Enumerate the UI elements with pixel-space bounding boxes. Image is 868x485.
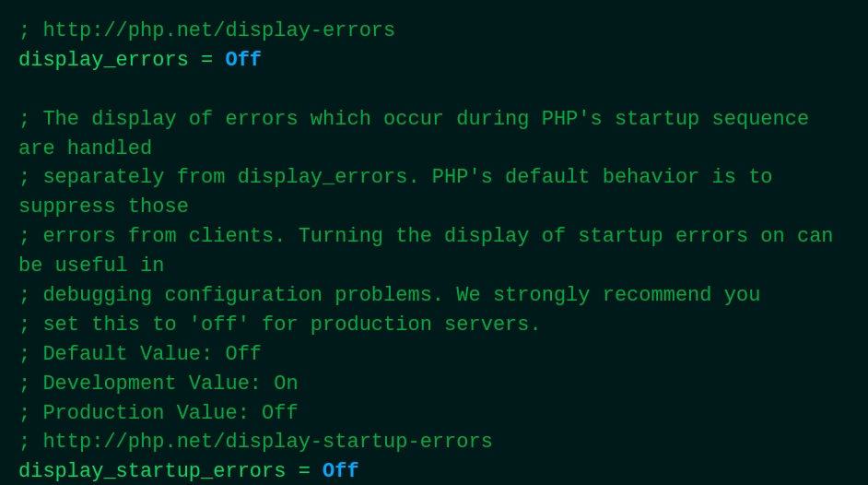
php-keyword: Off — [323, 460, 359, 483]
code-line: ; http://php.net/display-startup-errors — [18, 428, 850, 457]
code-line: ; errors from clients. Turning the displ… — [18, 222, 850, 281]
code-line: ; The display of errors which occur duri… — [18, 105, 850, 164]
php-code: display_startup_errors = — [18, 460, 323, 483]
code-line: ; set this to 'off' for production serve… — [18, 311, 850, 340]
code-line — [18, 76, 850, 105]
php-keyword: Off — [225, 49, 262, 72]
code-line: ; debugging configuration problems. We s… — [18, 281, 850, 311]
code-line: ; Production Value: Off — [18, 399, 850, 429]
code-line: display_errors = Off — [18, 46, 850, 76]
code-line: ; Development Value: On — [18, 370, 850, 399]
php-code: display_errors = — [18, 49, 225, 72]
code-line: ; separately from display_errors. PHP's … — [18, 163, 850, 222]
code-line: ; Default Value: Off — [18, 340, 850, 370]
code-line: ; http://php.net/display-errors — [18, 17, 850, 46]
code-editor: ; http://php.net/display-errorsdisplay_e… — [18, 17, 850, 485]
code-line: display_startup_errors = Off — [18, 457, 850, 485]
